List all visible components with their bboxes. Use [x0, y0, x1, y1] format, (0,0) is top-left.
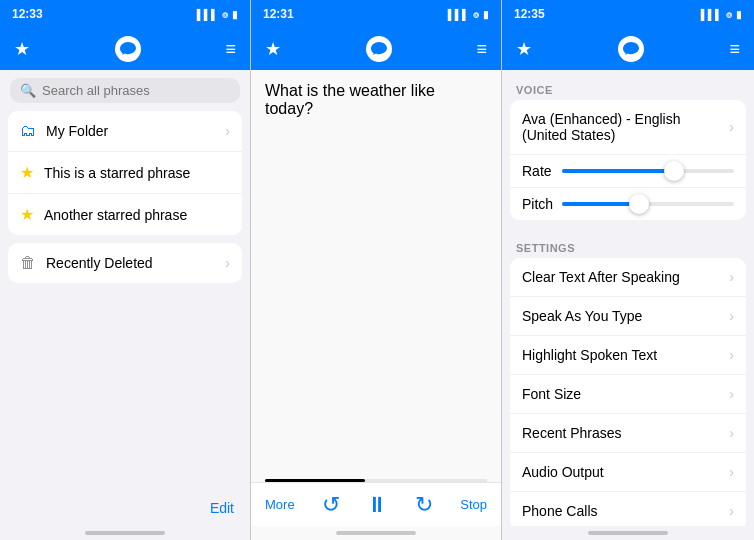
pitch-label: Pitch [522, 196, 562, 212]
audio-output-item[interactable]: Audio Output › [510, 453, 746, 492]
pitch-slider-track[interactable] [562, 202, 734, 206]
signal-icon-2: ▌▌▌ [448, 9, 469, 20]
search-input[interactable] [42, 83, 230, 98]
status-bar-2: 12:31 ▌▌▌ ⌾ ▮ [251, 0, 501, 28]
highlight-spoken-text-item[interactable]: Highlight Spoken Text › [510, 336, 746, 375]
battery-icon-2: ▮ [483, 9, 489, 20]
audio-output-label: Audio Output [522, 464, 729, 480]
settings-scroll: VOICE Ava (Enhanced) - English (United S… [502, 70, 754, 526]
font-size-label: Font Size [522, 386, 729, 402]
speak-as-you-type-label: Speak As You Type [522, 308, 729, 324]
nav-bar-1: ★ ≡ [0, 28, 250, 70]
forward-button[interactable]: ↻ [415, 492, 433, 518]
pause-button[interactable]: ⏸ [366, 492, 388, 518]
battery-icon: ▮ [232, 9, 238, 20]
wifi-icon-3: ⌾ [726, 9, 732, 20]
filter-icon-3[interactable]: ≡ [729, 39, 740, 60]
clear-text-label: Clear Text After Speaking [522, 269, 729, 285]
pitch-slider-thumb[interactable] [629, 194, 649, 214]
home-indicator-2 [251, 526, 501, 540]
folder-chevron: › [225, 123, 230, 139]
my-folder-item[interactable]: 🗂 My Folder › [8, 111, 242, 152]
panel-settings: 12:35 ▌▌▌ ⌾ ▮ ★ ≡ VOICE Ava (Enhanced) -… [502, 0, 754, 540]
speech-toolbar: More ↺ ⏸ ↻ Stop [251, 482, 501, 526]
star-icon-1: ★ [20, 163, 34, 182]
pitch-slider-fill [562, 202, 639, 206]
phrases-list: 🗂 My Folder › ★ This is a starred phrase… [8, 111, 242, 235]
speech-text: What is the weather like today? [265, 82, 435, 117]
speak-as-you-type-item[interactable]: Speak As You Type › [510, 297, 746, 336]
status-bar-3: 12:35 ▌▌▌ ⌾ ▮ [502, 0, 754, 28]
phone-calls-label: Phone Calls [522, 503, 729, 519]
starred-label-1: This is a starred phrase [44, 165, 230, 181]
clear-text-item[interactable]: Clear Text After Speaking › [510, 258, 746, 297]
rate-label: Rate [522, 163, 562, 179]
star-nav-icon-3[interactable]: ★ [516, 38, 532, 60]
rewind-button[interactable]: ↺ [322, 492, 340, 518]
voice-section-label: VOICE [502, 70, 754, 100]
recently-deleted-chevron: › [225, 255, 230, 271]
status-icons-2: ▌▌▌ ⌾ ▮ [448, 9, 489, 20]
status-bar-1: 12:33 ▌▌▌ ⌾ ▮ [0, 0, 250, 28]
nav-bar-2: ★ ≡ [251, 28, 501, 70]
status-icons-3: ▌▌▌ ⌾ ▮ [701, 9, 742, 20]
trash-icon: 🗑 [20, 254, 36, 272]
folder-label: My Folder [46, 123, 225, 139]
stop-button[interactable]: Stop [460, 497, 487, 512]
panel-speech: 12:31 ▌▌▌ ⌾ ▮ ★ ≡ What is the weather li… [251, 0, 502, 540]
recent-phrases-item[interactable]: Recent Phrases › [510, 414, 746, 453]
panel-1-footer: Edit [0, 490, 250, 526]
voice-name-item[interactable]: Ava (Enhanced) - English (United States)… [510, 100, 746, 155]
starred-label-2: Another starred phrase [44, 207, 230, 223]
pitch-slider-row: Pitch [510, 188, 746, 220]
wifi-icon: ⌾ [222, 9, 228, 20]
voice-name-text: Ava (Enhanced) - English (United States) [522, 111, 729, 143]
recently-deleted-label: Recently Deleted [46, 255, 225, 271]
search-icon: 🔍 [20, 83, 36, 98]
time-2: 12:31 [263, 7, 294, 21]
speech-text-area[interactable]: What is the weather like today? [251, 70, 501, 479]
star-nav-icon-2[interactable]: ★ [265, 38, 281, 60]
status-icons-1: ▌▌▌ ⌾ ▮ [197, 9, 238, 20]
font-size-item[interactable]: Font Size › [510, 375, 746, 414]
voice-group: Ava (Enhanced) - English (United States)… [510, 100, 746, 220]
search-input-wrap: 🔍 [10, 78, 240, 103]
recent-phrases-label: Recent Phrases [522, 425, 729, 441]
home-indicator-1 [0, 526, 250, 540]
chat-bubble-icon-2[interactable] [366, 36, 392, 62]
recently-deleted-section: 🗑 Recently Deleted › [8, 243, 242, 283]
star-icon-2: ★ [20, 205, 34, 224]
wifi-icon-2: ⌾ [473, 9, 479, 20]
time-1: 12:33 [12, 7, 43, 21]
search-bar: 🔍 [0, 70, 250, 111]
phone-calls-item[interactable]: Phone Calls › [510, 492, 746, 526]
highlight-spoken-text-label: Highlight Spoken Text [522, 347, 729, 363]
time-3: 12:35 [514, 7, 545, 21]
chat-bubble-icon-3[interactable] [618, 36, 644, 62]
folder-icon: 🗂 [20, 122, 36, 140]
rate-slider-track[interactable] [562, 169, 734, 173]
star-nav-icon[interactable]: ★ [14, 38, 30, 60]
recently-deleted-item[interactable]: 🗑 Recently Deleted › [8, 243, 242, 283]
starred-phrase-1[interactable]: ★ This is a starred phrase [8, 152, 242, 194]
rate-slider-fill [562, 169, 674, 173]
signal-icon-3: ▌▌▌ [701, 9, 722, 20]
signal-icon: ▌▌▌ [197, 9, 218, 20]
nav-bar-3: ★ ≡ [502, 28, 754, 70]
battery-icon-3: ▮ [736, 9, 742, 20]
filter-icon[interactable]: ≡ [225, 39, 236, 60]
home-indicator-3 [502, 526, 754, 540]
rate-slider-thumb[interactable] [664, 161, 684, 181]
more-button[interactable]: More [265, 497, 295, 512]
settings-group: Clear Text After Speaking › Speak As You… [510, 258, 746, 526]
rate-slider-row: Rate [510, 155, 746, 188]
edit-button[interactable]: Edit [206, 496, 238, 520]
filter-icon-2[interactable]: ≡ [476, 39, 487, 60]
panel-phrases: 12:33 ▌▌▌ ⌾ ▮ ★ ≡ 🔍 🗂 My Folder › [0, 0, 251, 540]
settings-section-label: SETTINGS [502, 228, 754, 258]
voice-chevron: › [729, 119, 734, 135]
chat-bubble-icon[interactable] [115, 36, 141, 62]
starred-phrase-2[interactable]: ★ Another starred phrase [8, 194, 242, 235]
